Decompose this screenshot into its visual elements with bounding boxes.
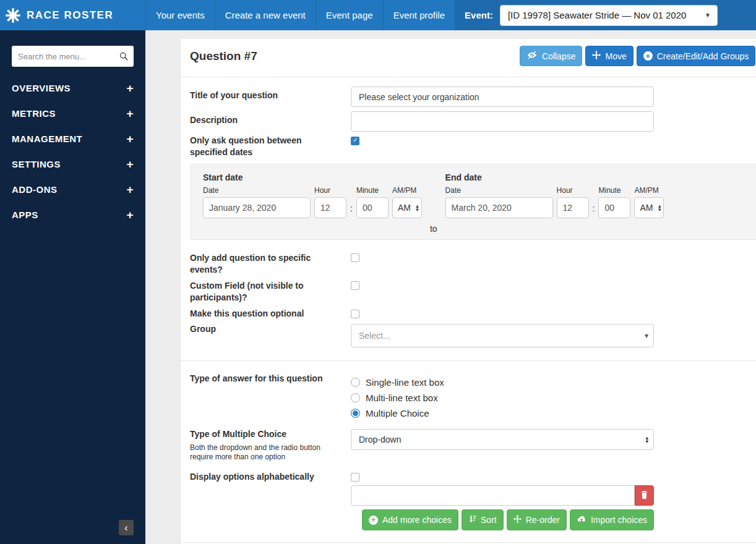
brand-text: RACE ROSTER [27, 9, 113, 22]
sidebar-item-addons[interactable]: ADD-ONS + [0, 177, 145, 202]
plus-icon[interactable]: + [126, 108, 134, 119]
brand[interactable]: RACE ROSTER [0, 0, 145, 30]
start-hour-input[interactable] [314, 197, 346, 218]
sidebar-menu: OVERVIEWS + METRICS + MANAGEMENT + SETTI… [0, 75, 145, 227]
start-ampm-select[interactable]: AM ▴▾ [392, 197, 422, 218]
answer-option-label: Multiple Choice [366, 408, 429, 419]
sidebar-item-apps[interactable]: APPS + [0, 202, 145, 227]
title-of-question-label: Title of your question [190, 90, 338, 101]
divider [181, 77, 756, 77]
divider [181, 542, 756, 543]
menu-search-box [12, 46, 134, 67]
start-ampm-value: AM [398, 203, 411, 213]
trash-icon [641, 491, 648, 501]
sidebar-item-label: METRICS [12, 108, 56, 119]
up-down-arrows-icon: ▴▾ [658, 204, 661, 211]
sidebar-item-settings[interactable]: SETTINGS + [0, 151, 145, 177]
top-navbar: RACE ROSTER Your events Create a new eve… [0, 0, 756, 30]
event-select[interactable]: [ID 19978] Seawater Stride — Nov 01 2020… [500, 5, 718, 26]
event-label: Event: [465, 10, 493, 20]
import-choices-button[interactable]: Import choices [570, 509, 654, 530]
add-more-choices-button[interactable]: + Add more choices [362, 509, 458, 530]
plus-circle-icon: + [643, 51, 653, 61]
group-select[interactable]: Select... ▾ [351, 324, 654, 347]
description-input[interactable] [351, 111, 654, 132]
reorder-button[interactable]: Re-order [507, 509, 567, 530]
nav-create-a-new-event[interactable]: Create a new event [215, 0, 316, 30]
chevron-down-icon: ▼ [705, 12, 711, 19]
start-date-title: Start date [203, 172, 422, 182]
ampm-column-label: AM/PM [392, 186, 422, 195]
eye-slash-icon [526, 51, 538, 61]
plus-icon[interactable]: + [126, 209, 134, 221]
sidebar: OVERVIEWS + METRICS + MANAGEMENT + SETTI… [0, 30, 145, 544]
plus-icon[interactable]: + [126, 82, 134, 94]
nav-event-profile[interactable]: Event profile [383, 0, 455, 30]
answer-option-multi-line[interactable]: Multi-line text box [351, 393, 444, 402]
radio-icon[interactable] [351, 409, 360, 418]
custom-field-label: Custom Field (not visible to participant… [190, 280, 317, 304]
hour-column-label: Hour [557, 186, 589, 195]
choice-option-input[interactable] [351, 485, 635, 506]
plus-icon[interactable]: + [126, 158, 134, 170]
end-date-input[interactable] [445, 197, 553, 218]
sidebar-item-label: OVERVIEWS [12, 83, 71, 93]
ampm-column-label: AM/PM [634, 186, 664, 195]
display-alpha-checkbox[interactable] [351, 473, 359, 482]
move-question-button[interactable]: Move [585, 46, 633, 66]
end-ampm-value: AM [640, 203, 653, 213]
nav-your-events[interactable]: Your events [145, 0, 215, 30]
specific-events-label: Only add question to specific events? [190, 252, 317, 276]
start-minute-input[interactable] [356, 197, 389, 218]
move-icon [513, 515, 522, 525]
sidebar-item-label: APPS [12, 210, 38, 220]
answer-type-options: Single-line text box Multi-line text box… [351, 377, 444, 423]
group-label: Group [190, 323, 338, 335]
sidebar-item-management[interactable]: MANAGEMENT + [0, 126, 145, 151]
multiple-choice-type-select[interactable]: Drop-down ▴▾ [351, 429, 654, 450]
up-down-arrows-icon: ▴▾ [416, 204, 419, 211]
answer-option-single-line[interactable]: Single-line text box [351, 377, 444, 387]
answer-option-multiple-choice[interactable]: Multiple Choice [351, 408, 444, 418]
answer-option-label: Multi-line text box [366, 393, 438, 403]
question-title-input[interactable] [351, 87, 654, 107]
sidebar-item-label: SETTINGS [12, 159, 61, 169]
end-ampm-select[interactable]: AM ▴▾ [634, 197, 664, 218]
collapse-question-button[interactable]: Collapse [520, 46, 582, 66]
radio-icon[interactable] [351, 378, 360, 387]
time-colon: : [593, 203, 595, 218]
main-content: Question #7 Collapse Move + Create/Edit/… [145, 30, 756, 544]
make-optional-checkbox[interactable] [351, 310, 359, 318]
answer-type-label: Type of answer for this question [190, 373, 338, 385]
radio-icon[interactable] [351, 393, 360, 402]
choice-action-buttons: + Add more choices Sort Re-order Import [351, 509, 654, 530]
up-down-arrows-icon: ▴▾ [645, 436, 648, 443]
end-hour-input[interactable] [557, 197, 589, 218]
search-input[interactable] [12, 52, 114, 61]
start-date-input[interactable] [203, 197, 311, 218]
sidebar-collapse-button[interactable]: ‹ [119, 520, 134, 535]
nav-event-page[interactable]: Event page [316, 0, 383, 30]
search-icon[interactable] [114, 52, 134, 61]
cloud-upload-icon [577, 515, 586, 525]
plus-circle-icon: + [369, 516, 378, 525]
race-roster-logo-icon [5, 7, 21, 23]
reorder-label: Re-order [526, 515, 560, 525]
specific-events-checkbox[interactable] [351, 253, 359, 262]
end-minute-input[interactable] [598, 197, 630, 218]
question-header-buttons: Collapse Move + Create/Edit/Add Groups [520, 46, 755, 66]
between-dates-label: Only ask question between specified date… [190, 135, 317, 158]
sidebar-item-metrics[interactable]: METRICS + [0, 101, 145, 126]
plus-icon[interactable]: + [126, 184, 134, 195]
sidebar-item-overviews[interactable]: OVERVIEWS + [0, 75, 145, 101]
move-icon [592, 51, 601, 61]
sort-button[interactable]: Sort [462, 509, 504, 530]
between-dates-checkbox[interactable] [351, 137, 359, 145]
create-edit-add-groups-button[interactable]: + Create/Edit/Add Groups [637, 46, 756, 66]
move-button-label: Move [605, 51, 626, 61]
plus-icon[interactable]: + [126, 133, 134, 145]
custom-field-checkbox[interactable] [351, 281, 359, 290]
delete-choice-button[interactable] [635, 485, 654, 506]
page-title: Question #7 [190, 49, 257, 63]
minute-column-label: Minute [356, 186, 389, 195]
